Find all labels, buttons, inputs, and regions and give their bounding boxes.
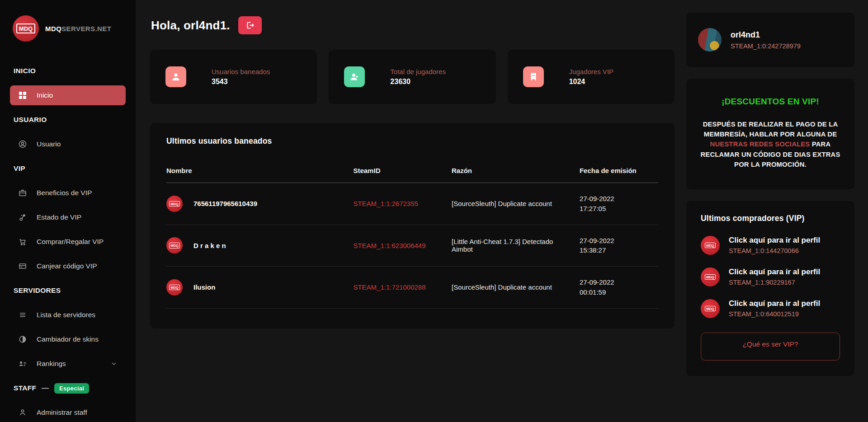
- chevron-down-icon: [110, 360, 118, 367]
- section-label: USUARIO: [14, 116, 47, 124]
- stat-card-usuarios-baneados: Usuarios baneados 3543: [150, 50, 317, 104]
- bookmark-icon: [523, 66, 544, 87]
- sidebar-item-label: Beneficios de VIP: [37, 189, 92, 197]
- person-icon: [18, 408, 27, 417]
- buyer-item[interactable]: MDQ Click aquí para ir al perfil STEAM_1…: [701, 236, 840, 255]
- list-icon: [18, 310, 27, 319]
- buyer-item[interactable]: MDQ Click aquí para ir al perfil STEAM_1…: [701, 299, 840, 318]
- profile-steamid: STEAM_1:0:242728979: [731, 42, 801, 50]
- sidebar-item-label: Cambiador de skins: [37, 335, 99, 343]
- ban-time: 17:27:05: [580, 204, 653, 214]
- page-header: Hola, orl4nd1.: [151, 16, 675, 34]
- mdq-logo-icon: MDQ: [13, 15, 39, 42]
- logout-button[interactable]: [238, 16, 262, 34]
- bans-title: Ultimos usuarios baneados: [166, 136, 658, 146]
- table-row: MDQIlusion STEAM_1:1:721000288 [SourceSl…: [166, 267, 658, 309]
- ban-date: 27-09-2022: [580, 277, 653, 287]
- redes-sociales-link[interactable]: NUESTRAS REDES SOCIALES: [710, 141, 810, 148]
- stat-value: 23630: [390, 78, 446, 86]
- stat-label: Usuarios baneados: [212, 68, 270, 75]
- sidebar-item-inicio[interactable]: Inicio: [10, 85, 126, 105]
- sidebar-section-servidores: SERVIDORES: [10, 278, 126, 303]
- ban-reason: [SourceSleuth] Duplicate account: [452, 200, 552, 207]
- column-header-razon: Razón: [452, 158, 580, 183]
- logout-icon: [245, 20, 255, 30]
- bans-panel: Ultimos usuarios baneados Nombre SteamID…: [150, 123, 675, 328]
- sidebar-item-rankings[interactable]: Rankings: [10, 352, 126, 376]
- ban-date: 27-09-2022: [580, 236, 653, 246]
- mdq-avatar-icon: MDQ: [166, 279, 183, 295]
- stat-text: Usuarios baneados 3543: [212, 68, 270, 86]
- promo-body: DESPUÉS DE REALIZAR EL PAGO DE LA MEMBRE…: [699, 119, 842, 169]
- avatar: [698, 28, 722, 52]
- stat-label: Jugadores VIP: [569, 68, 613, 75]
- brand-name-bold: MDQ: [45, 25, 61, 33]
- buyer-item[interactable]: MDQ Click aquí para ir al perfil STEAM_1…: [701, 267, 840, 286]
- contrast-icon: [18, 335, 27, 344]
- section-label: STAFF: [14, 384, 36, 392]
- mdq-avatar-icon: MDQ: [166, 237, 183, 253]
- ban-steamid-link[interactable]: STEAM_1:1:721000288: [353, 283, 425, 291]
- buyer-profile-link: Click aquí para ir al perfil: [729, 299, 820, 308]
- que-es-ser-vip-button[interactable]: ¿Qué es ser VIP?: [701, 333, 840, 361]
- profile-card[interactable]: orl4nd1 STEAM_1:0:242728979: [686, 13, 854, 67]
- buyer-profile-link: Click aquí para ir al perfil: [729, 236, 820, 245]
- user-plus-icon: [344, 66, 365, 87]
- mdq-avatar-icon: MDQ: [166, 196, 183, 212]
- sidebar-item-administrar-staff[interactable]: Administrar staff: [10, 400, 126, 422]
- briefcase-icon: [18, 188, 27, 197]
- credit-card-icon: [18, 262, 27, 271]
- user-icon: [165, 66, 186, 87]
- ban-reason: [SourceSleuth] Duplicate account: [452, 283, 552, 291]
- main-content: Hola, orl4nd1. Usuarios baneados 3543: [136, 0, 868, 422]
- greeting-text: Hola, orl4nd1.: [151, 19, 230, 33]
- brand[interactable]: MDQ MDQSERVERS.NET: [10, 0, 126, 59]
- sidebar-item-beneficios-vip[interactable]: Beneficios de VIP: [10, 181, 126, 205]
- bans-header-row: Nombre SteamID Razón Fecha de emisión: [166, 158, 658, 183]
- table-row: MDQD r a k e n STEAM_1:1:623006449 [Litt…: [166, 225, 658, 267]
- user-circle-icon: [18, 140, 27, 149]
- sidebar-item-estado-vip[interactable]: Estado de VIP: [10, 205, 126, 230]
- stat-text: Total de jugadores 23630: [390, 68, 446, 86]
- sidebar-item-usuario[interactable]: Usuario: [10, 132, 126, 156]
- sidebar-item-cambiador-skins[interactable]: Cambiador de skins: [10, 327, 126, 352]
- sidebar-section-usuario: USUARIO: [10, 108, 126, 132]
- ban-steamid-link[interactable]: STEAM_1:1:2672355: [353, 200, 418, 207]
- left-column: Hola, orl4nd1. Usuarios baneados 3543: [150, 13, 675, 422]
- mdq-avatar-icon: MDQ: [701, 267, 720, 286]
- status-nodes-icon: [18, 213, 27, 222]
- section-label: INICIO: [14, 67, 36, 75]
- sidebar-item-lista-servidores[interactable]: Lista de servidores: [10, 303, 126, 327]
- vip-promo-card: ¡DESCUENTOS EN VIP! DESPUÉS DE REALIZAR …: [686, 79, 854, 189]
- rankings-user-list-icon: [18, 359, 27, 368]
- ban-name: D r a k e n: [193, 242, 226, 249]
- brand-name-rest: SERVERS.NET: [61, 25, 111, 33]
- brand-name: MDQSERVERS.NET: [45, 25, 111, 33]
- column-header-fecha: Fecha de emisión: [580, 158, 658, 183]
- sidebar-item-label: Inicio: [37, 91, 53, 99]
- stat-card-jugadores-vip: Jugadores VIP 1024: [508, 50, 675, 104]
- profile-info: orl4nd1 STEAM_1:0:242728979: [731, 30, 801, 50]
- buyer-info: Click aquí para ir al perfil STEAM_1:0:1…: [729, 236, 820, 254]
- stat-value: 1024: [569, 78, 613, 86]
- buyer-info: Click aquí para ir al perfil STEAM_1:0:6…: [729, 299, 820, 318]
- right-column: orl4nd1 STEAM_1:0:242728979 ¡DESCUENTOS …: [686, 13, 854, 422]
- sidebar-item-canjear-vip[interactable]: Canjear código VIP: [10, 254, 126, 278]
- sidebar-item-label: Administrar staff: [37, 408, 87, 417]
- stat-card-total-jugadores: Total de jugadores 23630: [329, 50, 495, 104]
- sidebar-section-staff: STAFF — Especial: [10, 376, 126, 400]
- buyer-profile-link: Click aquí para ir al perfil: [729, 267, 820, 277]
- stat-value: 3543: [212, 78, 270, 86]
- sidebar: MDQ MDQSERVERS.NET INICIO Inicio USUARIO…: [0, 0, 136, 422]
- sidebar-item-label: Estado de VIP: [37, 213, 81, 221]
- buyer-steamid: STEAM_1:0:144270066: [729, 247, 820, 254]
- sidebar-item-label: Usuario: [37, 140, 61, 148]
- ban-steamid-link[interactable]: STEAM_1:1:623006449: [353, 242, 425, 249]
- vip-buyers-card: Ultimos compradores (VIP) MDQ Click aquí…: [686, 201, 854, 376]
- especial-badge: Especial: [54, 383, 89, 394]
- sidebar-item-comprar-vip[interactable]: Comprar/Regalar VIP: [10, 230, 126, 254]
- stat-label: Total de jugadores: [390, 68, 446, 75]
- section-dash: —: [42, 384, 49, 392]
- column-header-steamid: SteamID: [353, 158, 452, 183]
- promo-title: ¡DESCUENTOS EN VIP!: [699, 97, 842, 107]
